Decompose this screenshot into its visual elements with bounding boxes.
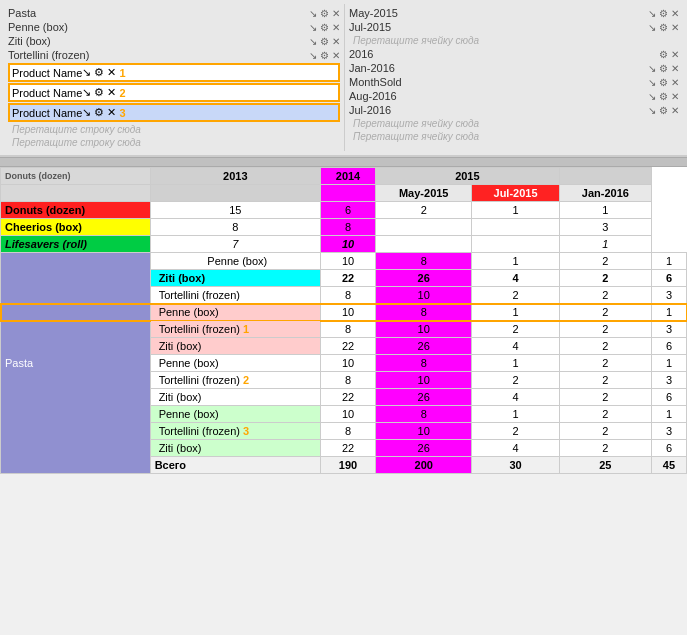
jul2015-icons[interactable]: ↘ ⚙ ✕ (648, 22, 679, 33)
tortellini-icons[interactable]: ↘ ⚙ ✕ (309, 50, 340, 61)
penne-sub-may: 1 (472, 253, 559, 270)
aug2016-label: Aug-2016 (349, 90, 648, 102)
jan2016-icons[interactable]: ↘ ⚙ ✕ (648, 63, 679, 74)
ziti-sub-jan: 6 (651, 270, 686, 287)
ziti-sub-label: Ziti (box) (150, 270, 320, 287)
total-2013: 190 (320, 457, 375, 474)
col-2014-header: 2014 (320, 168, 375, 185)
jul2015-label: Jul-2015 (349, 21, 648, 33)
g3-tort-jul: 2 (559, 423, 651, 440)
ziti-sub-jul: 2 (559, 270, 651, 287)
drag-hint-1: Перетащите строку сюда (8, 123, 340, 136)
jul2016-label: Jul-2016 (349, 104, 648, 116)
may2015-icons[interactable]: ↘ ⚙ ✕ (648, 8, 679, 19)
g2-ziti-jul: 2 (559, 389, 651, 406)
y2016-icons[interactable]: ⚙ ✕ (659, 49, 679, 60)
g1-penne-jul: 2 (559, 304, 651, 321)
aug2016-icons[interactable]: ↘ ⚙ ✕ (648, 91, 679, 102)
left-filter-panel: Pasta ↘ ⚙ ✕ Penne (box) ↘ ⚙ ✕ Ziti (box)… (4, 4, 344, 151)
drag-hint-cell-1: Перетащите ячейку сюда (349, 34, 679, 47)
g1-ziti-jan: 6 (651, 338, 686, 355)
cheerios-2013: 8 (150, 219, 320, 236)
g3-penne-2013: 10 (320, 406, 375, 423)
g1-tort-2014: 10 (376, 321, 472, 338)
product1-icons[interactable]: ↘ ⚙ ✕ (82, 66, 116, 79)
donuts-jan: 1 (559, 202, 651, 219)
filter-jan2016: Jan-2016 ↘ ⚙ ✕ (349, 61, 679, 75)
pasta-icons[interactable]: ↘ ⚙ ✕ (309, 8, 340, 19)
filter-pasta: Pasta ↘ ⚙ ✕ (8, 6, 340, 20)
g3-tort-2013: 8 (320, 423, 375, 440)
ziti-sub-2014: 26 (376, 270, 472, 287)
sub-may: May-2015 (376, 185, 472, 202)
g2-penne-label: Penne (box) (150, 355, 320, 372)
sub-jul: Jul-2015 (472, 185, 559, 202)
g2-penne-2013: 10 (320, 355, 375, 372)
filter-product3: Product Name ↘ ⚙ ✕ 3 (8, 103, 340, 122)
col-2015-header: 2015 (376, 168, 560, 185)
lifesavers-jul (472, 236, 559, 253)
filter-aug2016: Aug-2016 ↘ ⚙ ✕ (349, 89, 679, 103)
cheerios-jul (472, 219, 559, 236)
total-may: 30 (472, 457, 559, 474)
g1-penne-2013: 10 (320, 304, 375, 321)
g3-penne-may: 1 (472, 406, 559, 423)
product3-icons[interactable]: ↘ ⚙ ✕ (82, 106, 116, 119)
g1-penne-2014: 8 (376, 304, 472, 321)
g2-tort-jul: 2 (559, 372, 651, 389)
g1-ziti-2013: 22 (320, 338, 375, 355)
donuts-may: 2 (376, 202, 472, 219)
donuts-label: Donuts (dozen) (1, 202, 151, 219)
g1-penne-jan: 1 (651, 304, 686, 321)
sub-jan: Jan-2016 (559, 185, 651, 202)
total-jul: 25 (559, 457, 651, 474)
g3-penne-2014: 8 (376, 406, 472, 423)
total-2014: 200 (376, 457, 472, 474)
filter-jul2015: Jul-2015 ↘ ⚙ ✕ (349, 20, 679, 34)
monthsold-icons[interactable]: ↘ ⚙ ✕ (648, 77, 679, 88)
filter-ziti: Ziti (box) ↘ ⚙ ✕ (8, 34, 340, 48)
g2-tort-may: 2 (472, 372, 559, 389)
total-jan: 45 (651, 457, 686, 474)
g1-ziti-jul: 2 (559, 338, 651, 355)
g3-ziti-jul: 2 (559, 440, 651, 457)
ziti-icons[interactable]: ↘ ⚙ ✕ (309, 36, 340, 47)
g1-penne-may: 1 (472, 304, 559, 321)
g2-ziti-2013: 22 (320, 389, 375, 406)
jul2016-icons[interactable]: ↘ ⚙ ✕ (648, 105, 679, 116)
g3-penne-jul: 2 (559, 406, 651, 423)
g3-tort-2014: 10 (376, 423, 472, 440)
g2-penne-may: 1 (472, 355, 559, 372)
cheerios-jan: 3 (559, 219, 651, 236)
g1-ziti-2014: 26 (376, 338, 472, 355)
drag-hint-cell-3: Перетащите ячейку сюда (349, 130, 679, 143)
sub-2014 (320, 185, 375, 202)
row-donuts: Donuts (dozen) 15 6 2 1 1 (1, 202, 687, 219)
g2-penne-2014: 8 (376, 355, 472, 372)
may2015-label: May-2015 (349, 7, 648, 19)
pivot-table: Donuts (dozen) 2013 2014 2015 May-2015 J… (0, 167, 687, 474)
pasta-label: Pasta (8, 7, 309, 19)
g2-ziti-label: Ziti (box) (150, 389, 320, 406)
g2-tort-2014: 10 (376, 372, 472, 389)
g1-ziti-label: Ziti (box) (150, 338, 320, 355)
g3-ziti-may: 4 (472, 440, 559, 457)
monthsold-label: MonthSold (349, 76, 648, 88)
g1-ziti-may: 4 (472, 338, 559, 355)
row-penne-sub: Pasta Penne (box) 10 8 1 2 1 (1, 253, 687, 270)
filter-product2: Product Name ↘ ⚙ ✕ 2 (8, 83, 340, 102)
product2-icons[interactable]: ↘ ⚙ ✕ (82, 86, 116, 99)
g2-tort-2013: 8 (320, 372, 375, 389)
tort-sub-may: 2 (472, 287, 559, 304)
tort-sub-jan: 3 (651, 287, 686, 304)
header-row-2: May-2015 Jul-2015 Jan-2016 (1, 185, 687, 202)
g3-penne-label: Penne (box) (150, 406, 320, 423)
ziti-label: Ziti (box) (8, 35, 309, 47)
y2016-label: 2016 (349, 48, 659, 60)
penne-icons[interactable]: ↘ ⚙ ✕ (309, 22, 340, 33)
cheerios-may (376, 219, 472, 236)
g2-ziti-jan: 6 (651, 389, 686, 406)
corner-cell: Donuts (dozen) (1, 168, 151, 185)
lifesavers-2014: 10 (320, 236, 375, 253)
penne-sub-2014: 8 (376, 253, 472, 270)
